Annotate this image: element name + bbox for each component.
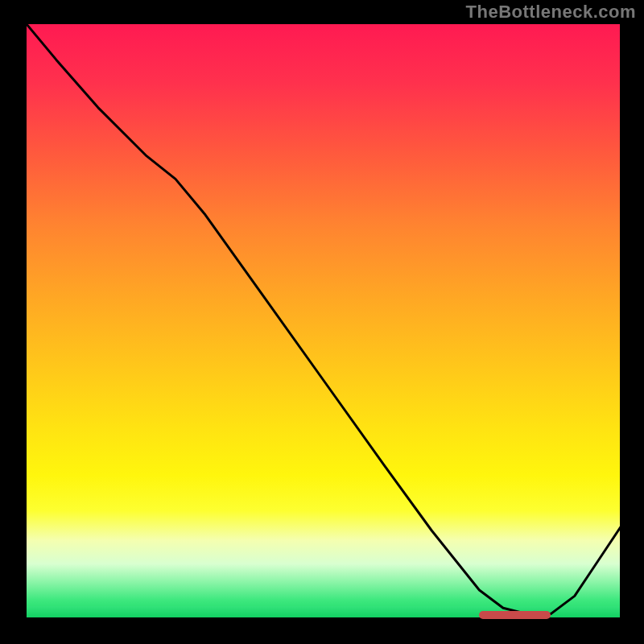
bottleneck-curve: [27, 24, 622, 620]
chart-container: TheBottleneck.com: [0, 0, 644, 644]
plot-area: [24, 24, 620, 620]
attribution-text: TheBottleneck.com: [466, 2, 636, 23]
optimal-range-marker: [479, 611, 551, 619]
